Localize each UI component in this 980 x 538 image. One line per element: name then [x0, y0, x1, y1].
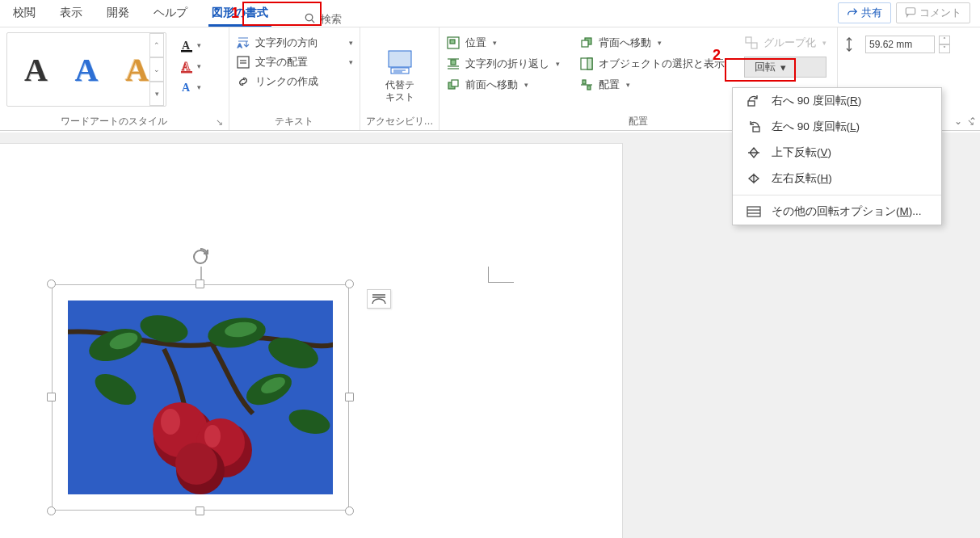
- svg-rect-9: [238, 57, 249, 68]
- search-box[interactable]: 検索: [304, 12, 342, 27]
- resize-handle-r[interactable]: [345, 393, 354, 401]
- group-text: A 文字列の方向 ▾ 文字の配置 ▾ リンクの作成 テキスト: [229, 27, 360, 130]
- tab-review[interactable]: 校閲: [10, 1, 39, 27]
- flip-vertical-item[interactable]: 上下反転(V): [733, 140, 941, 166]
- alt-text-icon: [386, 48, 414, 76]
- selected-picture[interactable]: [52, 284, 349, 511]
- bring-forward-button[interactable]: 前面へ移動 ▾: [446, 78, 560, 92]
- height-up-icon[interactable]: ˄: [939, 36, 950, 44]
- svg-rect-12: [389, 51, 411, 67]
- rotate-dropdown-menu: 右へ 90 度回転(R) 左へ 90 度回転(L) 上下反転(V) 左右反転(H…: [732, 87, 942, 225]
- svg-text:A: A: [182, 61, 191, 73]
- position-button[interactable]: 位置 ▾: [446, 36, 560, 50]
- share-button[interactable]: 共有: [838, 2, 891, 23]
- text-effects-button[interactable]: A▾: [171, 78, 208, 97]
- chevron-down-icon: ▾: [780, 61, 786, 74]
- bring-forward-icon: [446, 78, 461, 92]
- wordart-gallery[interactable]: A A A ⌃ ⌄ ▾: [6, 32, 166, 107]
- rotate-right-90-item[interactable]: 右へ 90 度回転(R): [733, 88, 941, 114]
- svg-rect-35: [753, 127, 759, 132]
- flip-horizontal-icon: [746, 172, 762, 185]
- paragraph-mark-icon: [488, 267, 514, 283]
- rotation-handle-icon[interactable]: [191, 247, 210, 267]
- tab-developer[interactable]: 開発: [103, 1, 132, 27]
- ribbon-collapse-chevron-icon[interactable]: ⌄: [954, 116, 962, 127]
- align-text-button[interactable]: 文字の配置 ▾: [236, 55, 353, 69]
- wordart-gallery-up-icon[interactable]: ⌃: [149, 33, 164, 57]
- chevron-down-icon: ▾: [349, 39, 353, 47]
- tab-help[interactable]: ヘルプ: [150, 1, 191, 27]
- align-icon: [579, 78, 594, 92]
- group-wordart-styles: A A A ⌃ ⌄ ▾ A▾ A▾ A▾ ワ: [0, 27, 229, 130]
- send-backward-button[interactable]: 背面へ移動 ▾: [579, 36, 725, 50]
- svg-text:A: A: [182, 82, 191, 94]
- text-outline-button[interactable]: A▾: [171, 57, 208, 76]
- svg-rect-32: [751, 43, 757, 48]
- rotate-right-icon: [746, 95, 762, 107]
- wrap-text-button[interactable]: 文字列の折り返し ▾: [446, 57, 560, 71]
- chevron-down-icon: ▾: [658, 39, 662, 47]
- group-label-wordart: ワードアートのスタイル: [0, 115, 229, 128]
- resize-handle-b[interactable]: [196, 506, 204, 515]
- layout-options-button[interactable]: [367, 289, 391, 309]
- wordart-preset-1[interactable]: A: [24, 51, 48, 89]
- resize-handle-bl[interactable]: [47, 506, 56, 515]
- chevron-down-icon: ▾: [524, 81, 528, 89]
- group-label-accessibility: アクセシビリ…: [360, 115, 440, 128]
- text-direction-button[interactable]: A 文字列の方向 ▾: [236, 36, 353, 50]
- align-button[interactable]: 配置 ▾: [579, 78, 725, 92]
- resize-handle-tr[interactable]: [345, 280, 354, 288]
- chevron-down-icon: ▾: [822, 39, 826, 47]
- flip-horizontal-item[interactable]: 左右反転(H): [733, 166, 941, 191]
- wordart-dialog-launcher-icon[interactable]: ↘: [216, 117, 227, 128]
- svg-rect-4: [181, 50, 192, 53]
- tab-shape-format[interactable]: 図形の書式: [208, 1, 271, 27]
- svg-rect-17: [450, 40, 455, 44]
- svg-text:A: A: [238, 42, 242, 49]
- tab-view[interactable]: 表示: [57, 1, 86, 27]
- document-page[interactable]: [0, 144, 622, 538]
- resize-handle-tl[interactable]: [47, 280, 56, 288]
- svg-rect-18: [451, 60, 456, 65]
- position-icon: [446, 36, 461, 50]
- alt-text-button[interactable]: 代替テ キスト: [385, 45, 414, 103]
- group-accessibility: 代替テ キスト アクセシビリ…: [360, 27, 440, 130]
- svg-line-1: [312, 20, 314, 23]
- rotate-button[interactable]: 回転 ▾: [744, 57, 826, 78]
- svg-point-0: [305, 14, 312, 20]
- svg-rect-30: [587, 86, 591, 90]
- rotate-left-90-item[interactable]: 左へ 90 度回転(L): [733, 114, 941, 140]
- resize-handle-l[interactable]: [47, 393, 56, 401]
- selection-pane-icon: [579, 57, 594, 71]
- title-tab-row: 校閲 表示 開発 ヘルプ 図形の書式 検索 共有 コメント: [0, 0, 980, 27]
- height-icon: [844, 36, 860, 53]
- svg-rect-27: [587, 58, 592, 69]
- selection-pane-button[interactable]: オブジェクトの選択と表示: [579, 57, 725, 71]
- more-rotation-icon: [746, 205, 762, 218]
- more-rotation-options-item[interactable]: その他の回転オプション(M)...: [733, 199, 941, 225]
- picture-content: [68, 301, 333, 494]
- svg-rect-31: [746, 37, 751, 43]
- create-link-button[interactable]: リンクの作成: [236, 74, 353, 89]
- text-direction-icon: A: [236, 36, 250, 50]
- wordart-preset-2[interactable]: A: [75, 51, 99, 89]
- search-icon: [304, 12, 316, 27]
- height-down-icon[interactable]: ˅: [939, 44, 950, 53]
- group-objects-button: グループ化 ▾: [744, 36, 826, 50]
- chevron-down-icon: ▾: [349, 58, 353, 66]
- svg-point-53: [161, 409, 180, 435]
- resize-handle-t[interactable]: [196, 280, 204, 288]
- text-fill-button[interactable]: A▾: [171, 36, 208, 55]
- wordart-preset-3[interactable]: A: [125, 51, 149, 89]
- svg-rect-6: [181, 71, 192, 74]
- wordart-gallery-more-icon[interactable]: ▾: [149, 82, 164, 106]
- align-text-icon: [236, 55, 250, 69]
- resize-handle-br[interactable]: [345, 506, 354, 515]
- shape-height-field[interactable]: 59.62 mm ˄˅: [844, 36, 974, 53]
- wordart-gallery-down-icon[interactable]: ⌄: [149, 57, 164, 82]
- search-placeholder: 検索: [321, 12, 342, 27]
- svg-rect-29: [583, 80, 586, 84]
- ribbon-expand-chevron-icon[interactable]: ⌃: [969, 116, 977, 127]
- group-label-text: テキスト: [229, 115, 360, 128]
- comment-button[interactable]: コメント: [896, 2, 970, 23]
